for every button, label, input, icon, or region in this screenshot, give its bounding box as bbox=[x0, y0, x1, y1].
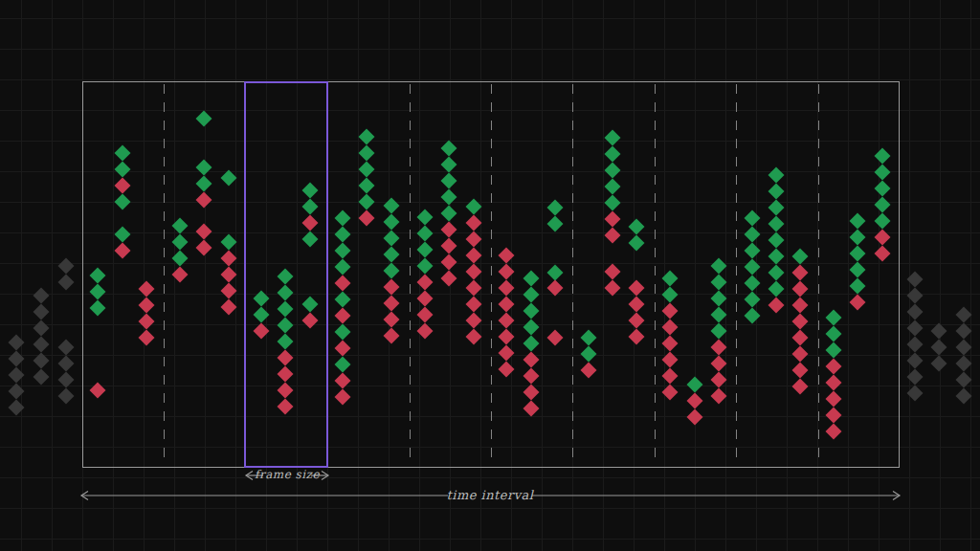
diamond-gray bbox=[9, 351, 25, 367]
diamond-gray bbox=[58, 388, 75, 405]
diamond-gray bbox=[33, 369, 50, 386]
diamond-gray bbox=[9, 367, 25, 384]
diamond-gray bbox=[956, 372, 972, 388]
diamond-gray bbox=[956, 340, 972, 356]
diamond-gray bbox=[9, 335, 25, 351]
diamond-gray bbox=[956, 356, 972, 372]
diamond-gray bbox=[907, 320, 924, 337]
section-divider bbox=[572, 84, 573, 465]
section-divider bbox=[736, 84, 737, 465]
diamond-gray bbox=[58, 258, 75, 275]
diamond-gray bbox=[33, 320, 50, 337]
diamond-gray bbox=[956, 323, 972, 340]
diamond-gray bbox=[907, 288, 924, 304]
left-arrow-icon bbox=[81, 492, 88, 500]
diamond-gray bbox=[9, 384, 25, 400]
diamond-gray bbox=[33, 304, 50, 320]
chart-canvas: frame size time interval bbox=[0, 0, 980, 551]
diamond-gray bbox=[907, 304, 924, 320]
diamond-gray bbox=[9, 400, 25, 416]
diamond-gray bbox=[907, 369, 924, 386]
diamond-gray bbox=[907, 272, 924, 288]
diamond-gray bbox=[58, 275, 75, 291]
diamond-gray bbox=[931, 323, 947, 340]
diamond-gray bbox=[33, 353, 50, 369]
section-divider bbox=[655, 84, 656, 465]
diamond-gray bbox=[907, 337, 924, 353]
diamond-gray bbox=[58, 372, 75, 388]
right-arrow-icon bbox=[893, 492, 900, 500]
section-divider bbox=[818, 84, 819, 465]
diamond-gray bbox=[33, 337, 50, 353]
diamond-gray bbox=[58, 340, 75, 356]
diamond-gray bbox=[58, 356, 75, 372]
section-divider bbox=[164, 84, 165, 465]
diamond-gray bbox=[907, 353, 924, 369]
frame-size-label: frame size bbox=[230, 468, 345, 481]
diamond-gray bbox=[931, 340, 947, 356]
time-interval-label: time interval bbox=[413, 488, 567, 502]
section-divider bbox=[410, 84, 411, 465]
diamond-gray bbox=[931, 356, 947, 372]
diamond-gray bbox=[956, 307, 972, 323]
diamond-gray bbox=[33, 288, 50, 304]
section-divider bbox=[491, 84, 492, 465]
diamond-gray bbox=[956, 388, 972, 405]
diamond-gray bbox=[907, 386, 924, 402]
